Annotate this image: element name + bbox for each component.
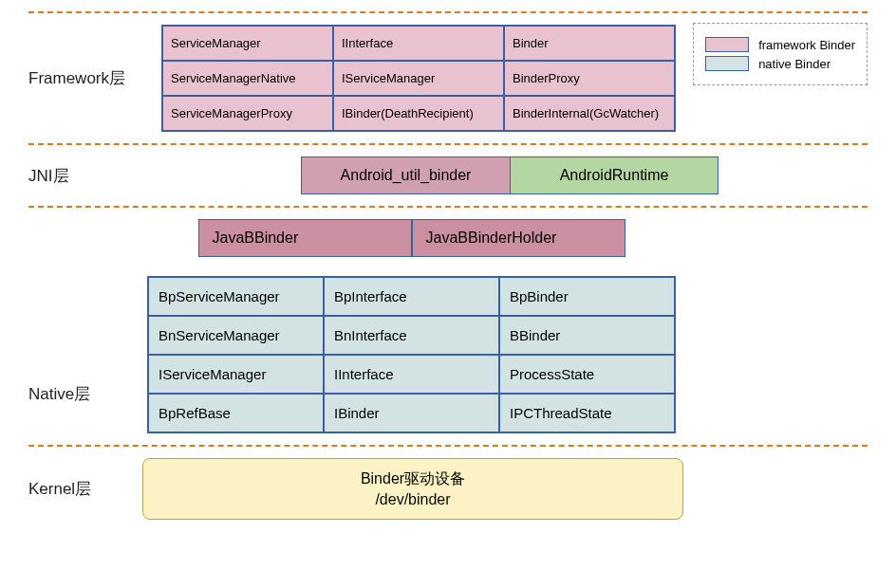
jni-item: AndroidRuntime: [510, 156, 719, 194]
native-grid: BpServiceManager BpInterface BpBinder Bn…: [147, 276, 676, 433]
native-cell: BpBinder: [499, 277, 675, 316]
native-cell: IServiceManager: [148, 355, 324, 394]
native-cell: BpServiceManager: [148, 277, 324, 316]
framework-cell: BinderInternal(GcWatcher): [504, 96, 675, 131]
kernel-path: /dev/binder: [162, 489, 663, 510]
native-cell: IBinder: [324, 394, 499, 432]
kernel-box: Binder驱动设备 /dev/binder: [142, 458, 683, 520]
native-cell: BnServiceManager: [148, 316, 324, 355]
native-top-item: JavaBBinderHolder: [412, 219, 625, 257]
kernel-layer: Kernel层 Binder驱动设备 /dev/binder: [28, 447, 868, 531]
framework-cell: ServiceManagerProxy: [162, 96, 333, 131]
native-top-pair: JavaBBinder JavaBBinderHolder: [198, 219, 625, 257]
layer-label: JNI层: [28, 165, 152, 187]
framework-cell: IInterface: [333, 26, 504, 61]
framework-cell: IServiceManager: [333, 61, 504, 96]
native-cell: BnInterface: [324, 316, 499, 355]
layer-label: Framework层: [28, 67, 152, 89]
jni-layer: JNI层 Android_util_binder AndroidRuntime: [28, 145, 868, 206]
framework-cell: ServiceManager: [162, 26, 333, 61]
framework-cell: ServiceManagerNative: [162, 61, 333, 96]
layer-label: Native层: [28, 383, 152, 405]
native-cell: IPCThreadState: [499, 394, 675, 432]
framework-layer: Framework层 ServiceManager IInterface Bin…: [28, 13, 868, 143]
kernel-title: Binder驱动设备: [162, 469, 663, 489]
jni-item: Android_util_binder: [301, 156, 510, 194]
framework-cell: Binder: [504, 26, 675, 61]
native-top-item: JavaBBinder: [198, 219, 412, 257]
native-layer: Native层 JavaBBinder JavaBBinderHolder Bp…: [28, 208, 868, 445]
framework-cell: BinderProxy: [504, 61, 675, 96]
framework-grid: ServiceManager IInterface Binder Service…: [161, 25, 676, 132]
layer-label: Kernel层: [28, 478, 152, 500]
native-cell: BpRefBase: [148, 394, 324, 432]
native-cell: IInterface: [324, 355, 499, 394]
native-cell: ProcessState: [499, 355, 675, 394]
native-cell: BpInterface: [324, 277, 499, 316]
jni-pair: Android_util_binder AndroidRuntime: [301, 156, 719, 194]
framework-cell: IBinder(DeathRecipient): [333, 96, 504, 131]
native-cell: BBinder: [499, 316, 675, 355]
